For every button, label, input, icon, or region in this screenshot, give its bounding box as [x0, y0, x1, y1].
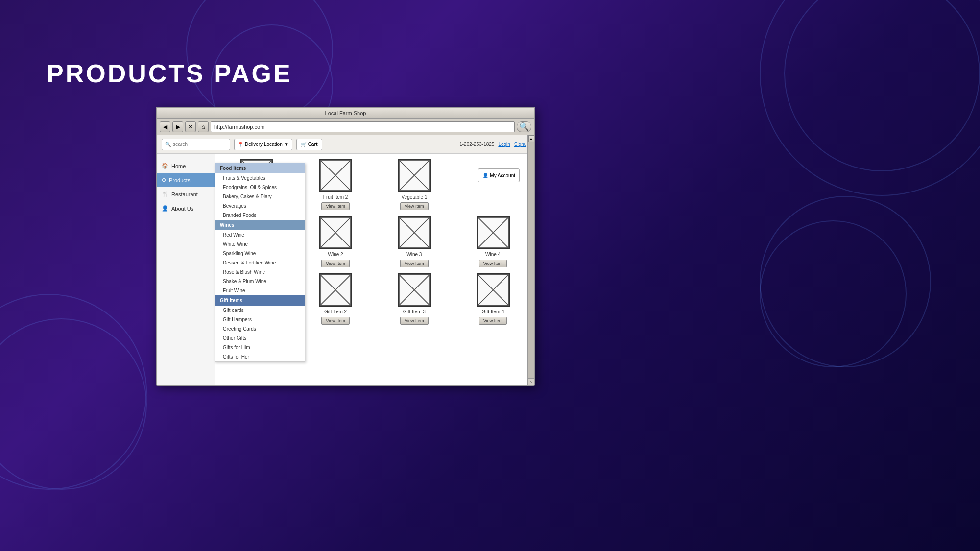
product-name-gift-2: Gift Item 2 [324, 309, 347, 314]
food-items-category[interactable]: Food Items [215, 163, 305, 173]
search-box[interactable]: 🔍 [162, 139, 230, 150]
bg-decoration-6 [784, 0, 980, 171]
product-name-gift-3: Gift Item 3 [403, 309, 426, 314]
product-name-wine-4: Wine 4 [485, 252, 501, 257]
product-image-gift-3 [398, 273, 431, 307]
resize-handle[interactable]: ⤡ [527, 378, 534, 385]
product-image-wine-2 [319, 216, 352, 249]
product-name-vegetable-1: Vegetable 1 [401, 194, 427, 200]
view-item-vegetable-1[interactable]: View Item [400, 202, 428, 210]
dropdown-gift-cards[interactable]: Gift cards [215, 306, 305, 315]
product-image-gift-4 [477, 273, 510, 307]
dropdown-rose-wine[interactable]: Rose & Blush Wine [215, 267, 305, 277]
search-input[interactable] [173, 142, 227, 147]
bg-decoration-4 [0, 318, 147, 490]
sidebar-item-products[interactable]: ⊕ Products [157, 173, 215, 187]
account-icon: 👤 [482, 173, 488, 178]
login-button[interactable]: Login [498, 142, 510, 147]
product-name-wine-3: Wine 3 [406, 252, 422, 257]
dropdown-gift-hampers[interactable]: Gift Hampers [215, 315, 305, 324]
back-button[interactable]: ◀ [160, 121, 170, 132]
product-card-gift-3: Gift Item 3 View Item [378, 273, 451, 325]
address-bar[interactable]: http://farmashop.com [211, 121, 515, 132]
products-icon: ⊕ [162, 177, 166, 183]
location-icon: 📍 [238, 142, 243, 147]
product-card-gift-2: Gift Item 2 View Item [299, 273, 372, 325]
sidebar-item-home[interactable]: 🏠 Home [157, 159, 215, 173]
dropdown-bakery[interactable]: Bakery, Cakes & Diary [215, 192, 305, 201]
product-card-vegetable-1: Vegetable 1 View Item [378, 159, 451, 210]
home-button[interactable]: ⌂ [198, 121, 209, 132]
view-item-fruit-2[interactable]: View Item [321, 202, 349, 210]
forward-button[interactable]: ▶ [172, 121, 183, 132]
cart-button[interactable]: 🛒 Cart [296, 139, 322, 150]
dropdown-white-wine[interactable]: White Wine [215, 240, 305, 249]
dropdown-fruits-vegetables[interactable]: Fruits & Vegetables [215, 173, 305, 183]
cart-label: Cart [308, 142, 318, 147]
url-text: http://farmashop.com [214, 124, 264, 130]
browser-toolbar: ◀ ▶ ✕ ⌂ http://farmashop.com 🔍 [157, 119, 534, 135]
product-card-wine-4: Wine 4 View Item [456, 216, 529, 267]
product-card-empty [456, 159, 529, 210]
dropdown-dessert-wine[interactable]: Dessert & Fortified Wine [215, 258, 305, 267]
dropdown-greeting-cards[interactable]: Greeting Cards [215, 324, 305, 334]
page-heading: PRODUCTS PAGE [47, 59, 292, 88]
phone-number: +1-202-253-1825 [456, 142, 494, 147]
wines-category[interactable]: Wines [215, 220, 305, 230]
delivery-location-button[interactable]: 📍 Delivery Location ▼ [234, 139, 292, 150]
gift-items-label: Gift Items [220, 298, 242, 303]
dropdown-foodgrains[interactable]: Foodgrains, Oil & Spices [215, 183, 305, 192]
gift-items-category[interactable]: Gift Items [215, 295, 305, 306]
product-name-wine-2: Wine 2 [328, 252, 343, 257]
dropdown-red-wine[interactable]: Red Wine [215, 230, 305, 240]
browser-search-button[interactable]: 🔍 [517, 121, 531, 132]
dropdown-fruit-wine[interactable]: Fruit Wine [215, 286, 305, 295]
sidebar-item-about[interactable]: 👤 About Us [157, 201, 215, 216]
product-image-fruit-2 [319, 159, 352, 192]
view-item-wine-3[interactable]: View Item [400, 260, 428, 267]
browser-scrollbar: ▲ ▼ [527, 135, 534, 385]
view-item-gift-4[interactable]: View Item [479, 317, 507, 325]
product-card-fruit-2: Fruit Item 2 View Item [299, 159, 372, 210]
product-card-wine-3: Wine 3 View Item [378, 216, 451, 267]
view-item-wine-4[interactable]: View Item [479, 260, 507, 267]
product-image-wine-4 [477, 216, 510, 249]
bg-decoration-3 [0, 294, 147, 490]
bg-decoration-8 [760, 220, 907, 367]
product-name-fruit-2: Fruit Item 2 [323, 194, 348, 200]
sidebar-item-restaurant[interactable]: 🍴 Restaurant [157, 187, 215, 201]
scrollbar-track[interactable] [528, 142, 534, 378]
stop-button[interactable]: ✕ [185, 121, 196, 132]
dropdown-shake-wine[interactable]: Shake & Plum Wine [215, 277, 305, 286]
view-item-gift-2[interactable]: View Item [321, 317, 349, 325]
dropdown-gifts-him[interactable]: Gifts for Him [215, 343, 305, 352]
delivery-label: Delivery Location [245, 142, 283, 147]
dropdown-branded-foods[interactable]: Branded Foods [215, 211, 305, 220]
site-main: 🏠 Home ⊕ Products 🍴 Restaurant 👤 About U… [157, 154, 534, 385]
food-items-label: Food Items [220, 166, 246, 171]
browser-title: Local Farm Shop [325, 110, 366, 116]
cart-icon: 🛒 [301, 142, 307, 147]
product-image-wine-3 [398, 216, 431, 249]
view-item-wine-2[interactable]: View Item [321, 260, 349, 267]
product-image-vegetable-1 [398, 159, 431, 192]
dropdown-beverages[interactable]: Beverages [215, 201, 305, 211]
dropdown-other-gifts[interactable]: Other Gifts [215, 334, 305, 343]
home-label: Home [171, 163, 186, 169]
about-label: About Us [171, 206, 193, 212]
home-icon: 🏠 [162, 163, 168, 169]
dropdown-menu: Food Items Fruits & Vegetables Foodgrain… [215, 163, 305, 362]
myaccount-button[interactable]: 👤 My Account [478, 168, 520, 182]
dropdown-gifts-her[interactable]: Gifts for Her [215, 352, 305, 361]
about-icon: 👤 [162, 205, 168, 212]
scrollbar-up[interactable]: ▲ [528, 135, 534, 142]
restaurant-icon: 🍴 [162, 191, 168, 197]
website-content: 🔍 📍 Delivery Location ▼ 🛒 Cart +1-202-25… [157, 135, 534, 385]
product-card-wine-2: Wine 2 View Item [299, 216, 372, 267]
product-card-gift-4: Gift Item 4 View Item [456, 273, 529, 325]
products-label: Products [169, 177, 190, 183]
wines-label: Wines [220, 222, 234, 228]
browser-window: Local Farm Shop ◀ ▶ ✕ ⌂ http://farmashop… [156, 107, 535, 386]
view-item-gift-3[interactable]: View Item [400, 317, 428, 325]
dropdown-sparkling-wine[interactable]: Sparkling Wine [215, 249, 305, 258]
